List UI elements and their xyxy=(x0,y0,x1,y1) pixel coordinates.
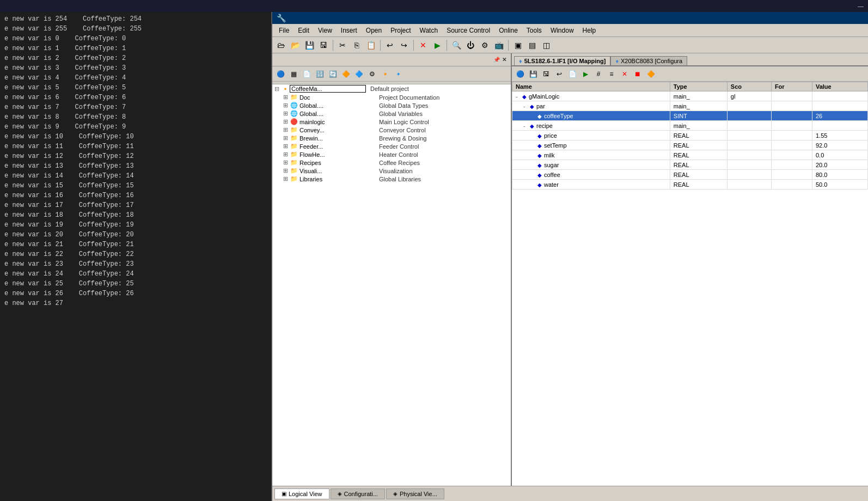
tree-toggle[interactable]: ⊞ xyxy=(281,143,290,150)
var-tab[interactable]: ♦5LS182.6-1.IF1 [I/O Mapping] xyxy=(514,56,610,65)
var-toolbar-btn-10[interactable]: ⏹ xyxy=(632,68,644,80)
var-table-row[interactable]: ◆coffeeREAL80.0 xyxy=(512,170,868,180)
var-toolbar-btn-11[interactable]: 🔶 xyxy=(645,68,657,80)
tree-item[interactable]: ⊞🌐Global....Global Data Types xyxy=(272,101,511,109)
tree-item[interactable]: ⊞🔴mainlogicMain Logic Control xyxy=(272,118,511,126)
menu-item-online[interactable]: Online xyxy=(494,26,522,35)
toolbar-search-btn[interactable]: 🔍 xyxy=(450,39,463,52)
var-toolbar-btn-6[interactable]: ▶ xyxy=(579,68,591,80)
var-toolbar-btn-3[interactable]: 🖫 xyxy=(540,68,552,80)
menu-item-open[interactable]: Open xyxy=(362,26,386,35)
tree-toggle[interactable]: ⊞ xyxy=(281,94,290,101)
tree-item[interactable]: ⊞📁Convey...Conveyor Control xyxy=(272,126,511,134)
bottom-tab[interactable]: ◈Configurati... xyxy=(331,488,385,499)
toolbar-open-btn[interactable]: 📂 xyxy=(289,39,302,52)
toolbar-paste-btn[interactable]: 📋 xyxy=(364,39,377,52)
toolbar-win3-btn[interactable]: ◫ xyxy=(540,39,553,52)
toolbar-win1-btn[interactable]: ▣ xyxy=(511,39,524,52)
var-table-row[interactable]: ◆milkREAL0.0 xyxy=(512,150,868,160)
var-table-row[interactable]: -◆parmain_ xyxy=(512,101,868,111)
toolbar-sep-4 xyxy=(447,40,447,51)
tree-item[interactable]: ⊞📁Feeder...Feeder Control xyxy=(272,142,511,150)
lv-btn-7[interactable]: 🔷 xyxy=(353,68,365,80)
var-expand-icon[interactable]: - xyxy=(516,93,522,100)
var-toolbar-btn-8[interactable]: ≡ xyxy=(606,68,618,80)
lv-btn-10[interactable]: 🔹 xyxy=(392,68,404,80)
lv-btn-9[interactable]: 🔸 xyxy=(379,68,391,80)
menu-item-edit[interactable]: Edit xyxy=(294,26,314,35)
toolbar-redo-btn[interactable]: ↪ xyxy=(398,39,411,52)
bottom-tab[interactable]: ▣Logical View xyxy=(274,488,329,499)
menu-item-tools[interactable]: Tools xyxy=(522,26,546,35)
tree-item[interactable]: ⊞📁DocProject Documentation xyxy=(272,93,511,101)
tree-item[interactable]: ⊞📁FlowHe...Heater Control xyxy=(272,150,511,158)
lv-btn-8[interactable]: ⚙ xyxy=(366,68,378,80)
var-table-row[interactable]: ◆waterREAL50.0 xyxy=(512,180,868,190)
lv-btn-1[interactable]: 🔵 xyxy=(274,68,286,80)
toolbar-power-btn[interactable]: ⏻ xyxy=(464,39,477,52)
toolbar-undo-btn[interactable]: ↩ xyxy=(383,39,396,52)
var-tab[interactable]: ♦X20BC8083 [Configura xyxy=(610,56,687,65)
tree-toggle[interactable]: ⊞ xyxy=(281,151,290,158)
menu-item-help[interactable]: Help xyxy=(578,26,601,35)
lv-btn-6[interactable]: 🔶 xyxy=(340,68,352,80)
menu-item-insert[interactable]: Insert xyxy=(337,26,362,35)
bottom-tab[interactable]: ◈Physical Vie... xyxy=(386,488,444,499)
menu-item-file[interactable]: File xyxy=(274,26,294,35)
menu-item-watch[interactable]: Watch xyxy=(415,26,443,35)
toolbar-saveall-btn[interactable]: 🖫 xyxy=(317,39,330,52)
tree-item[interactable]: ⊞📁LibrariesGlobal Libraries xyxy=(272,175,511,183)
var-table-row[interactable]: ◆priceREAL1.55 xyxy=(512,131,868,140)
menu-item-window[interactable]: Window xyxy=(546,26,578,35)
panel-pin-btn[interactable]: 📌 xyxy=(493,57,500,63)
minimize-btn[interactable]: — xyxy=(858,3,864,9)
menu-item-source-control[interactable]: Source Control xyxy=(442,26,494,35)
toolbar-run-btn[interactable]: ▶ xyxy=(431,39,444,52)
var-toolbar-btn-2[interactable]: 💾 xyxy=(527,68,539,80)
menu-item-view[interactable]: View xyxy=(314,26,337,35)
toolbar-config-btn[interactable]: ⚙ xyxy=(478,39,491,52)
toolbar-save-btn[interactable]: 💾 xyxy=(303,39,316,52)
tree-toggle[interactable]: ⊞ xyxy=(281,102,290,109)
var-table-row[interactable]: ◆setTempREAL92.0 xyxy=(512,140,868,150)
var-tabs: ♦5LS182.6-1.IF1 [I/O Mapping]♦X20BC8083 … xyxy=(512,53,868,66)
var-table-row[interactable]: ◆sugarREAL20.0 xyxy=(512,160,868,170)
tree-view[interactable]: ⊟🔸CoffeeMa...Default project⊞📁DocProject… xyxy=(272,84,511,486)
var-table-row[interactable]: ◆coffeeTypeSINT26 xyxy=(512,111,868,121)
menu-item-project[interactable]: Project xyxy=(386,26,415,35)
var-toolbar-btn-5[interactable]: 📄 xyxy=(566,68,578,80)
var-expand-icon[interactable]: - xyxy=(523,103,530,109)
tree-toggle[interactable]: ⊞ xyxy=(281,175,290,182)
toolbar-copy-btn[interactable]: ⎘ xyxy=(350,39,363,52)
lv-btn-4[interactable]: 🔢 xyxy=(314,68,326,80)
tree-toggle[interactable]: ⊞ xyxy=(281,159,290,166)
var-toolbar-btn-4[interactable]: ↩ xyxy=(553,68,565,80)
tree-toggle[interactable]: ⊞ xyxy=(281,167,290,174)
tree-item[interactable]: ⊞📁Brewin...Brewing & Dosing xyxy=(272,134,511,142)
toolbar-cut-btn[interactable]: ✂ xyxy=(336,39,349,52)
lv-btn-2[interactable]: ▦ xyxy=(288,68,299,80)
var-toolbar-btn-9[interactable]: ✕ xyxy=(619,68,631,80)
toolbar-monitor-btn[interactable]: 📺 xyxy=(492,39,505,52)
lv-btn-5[interactable]: 🔄 xyxy=(327,68,339,80)
tree-toggle[interactable]: ⊞ xyxy=(281,118,290,125)
var-table-row[interactable]: -◆gMainLogicmain_gl xyxy=(512,91,868,101)
var-toolbar-btn-1[interactable]: 🔵 xyxy=(514,68,526,80)
var-toolbar-btn-7[interactable]: # xyxy=(592,68,604,80)
toolbar-new-btn[interactable]: 🗁 xyxy=(274,39,288,52)
tree-toggle[interactable]: ⊞ xyxy=(281,126,290,133)
tree-item[interactable]: ⊞🌐Global....Global Variables xyxy=(272,109,511,118)
tree-item[interactable]: ⊞📁Visuali...Visualization xyxy=(272,167,511,175)
var-table: NameTypeScoForValue -◆gMainLogicmain_gl-… xyxy=(512,82,868,486)
var-expand-icon[interactable]: - xyxy=(523,123,530,129)
tree-toggle[interactable]: ⊟ xyxy=(272,85,281,93)
toolbar-delete-btn[interactable]: ✕ xyxy=(417,39,430,52)
tree-item[interactable]: ⊞📁RecipesCoffee Recipes xyxy=(272,158,511,167)
toolbar-win2-btn[interactable]: ▤ xyxy=(525,39,539,52)
lv-btn-3[interactable]: 📄 xyxy=(301,68,313,80)
tree-toggle[interactable]: ⊞ xyxy=(281,110,290,117)
var-table-row[interactable]: -◆recipemain_ xyxy=(512,121,868,131)
tree-item[interactable]: ⊟🔸CoffeeMa...Default project xyxy=(272,84,511,93)
panel-close-btn[interactable]: ✕ xyxy=(502,57,506,63)
tree-toggle[interactable]: ⊞ xyxy=(281,135,290,142)
